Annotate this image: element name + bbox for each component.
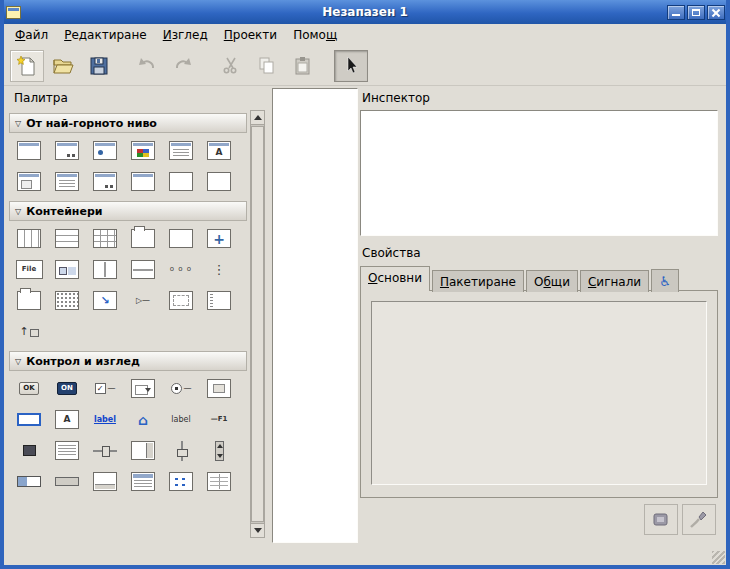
combo-box-entry-icon: ⌂ <box>138 413 148 427</box>
palette-item-check-button[interactable]: — <box>86 373 124 404</box>
palette-item-combo-box[interactable] <box>124 373 162 404</box>
palette-item-vscale[interactable] <box>162 435 200 466</box>
palette-item-scrolled-window[interactable]: ↘ <box>86 285 124 316</box>
palette-item-layout[interactable] <box>48 285 86 316</box>
properties-notebook <box>360 290 718 498</box>
selector-button[interactable] <box>334 50 368 82</box>
palette-item-combo-box-entry[interactable]: ⌂ <box>124 404 162 435</box>
scroll-down-icon[interactable] <box>250 523 265 538</box>
about-dialog-icon <box>55 172 79 191</box>
palette-item-table[interactable] <box>86 223 124 254</box>
palette-item-label[interactable]: label <box>86 404 124 435</box>
palette-section-header-controls[interactable]: ▽ Контрол и изглед <box>9 351 247 371</box>
palette-item-image[interactable] <box>10 435 48 466</box>
keycap-button[interactable] <box>644 504 678 535</box>
inspector-view[interactable] <box>360 110 718 236</box>
tab-signals[interactable]: Сигнали <box>580 270 649 292</box>
tab-general[interactable]: Основни <box>360 266 430 291</box>
palette-item-statusbar[interactable] <box>86 466 124 497</box>
menu-file[interactable]: Файл <box>7 24 56 46</box>
palette-item-message-dialog[interactable] <box>86 135 124 166</box>
palette-item-hscale[interactable] <box>86 435 124 466</box>
palette-item-viewport[interactable] <box>162 285 200 316</box>
titlebar[interactable]: Незапазен 1 <box>4 0 726 24</box>
tab-common[interactable]: Общи <box>526 270 578 292</box>
brush-button[interactable] <box>682 504 716 535</box>
undo-button[interactable] <box>130 50 164 82</box>
palette-item-dialog[interactable] <box>48 135 86 166</box>
palette-item-text-entry[interactable]: A <box>48 404 86 435</box>
palette-item-list[interactable] <box>124 466 162 497</box>
save-floppy-icon <box>87 54 111 78</box>
menu-projects[interactable]: Проекти <box>216 24 285 46</box>
design-canvas[interactable] <box>272 88 358 543</box>
maximize-button[interactable] <box>687 5 705 20</box>
menu-help[interactable]: Помощ <box>285 24 345 46</box>
scrolled-window-icon: ↘ <box>93 291 117 310</box>
palette-item-vbox[interactable] <box>48 223 86 254</box>
palette-item-tree-view[interactable] <box>200 466 238 497</box>
palette-item-expander[interactable]: ▷— <box>124 285 162 316</box>
palette-item-socket[interactable] <box>162 166 200 197</box>
palette-item-about-dialog[interactable] <box>48 166 86 197</box>
menu-edit[interactable]: Редактиране <box>56 24 155 46</box>
palette-item-toolbar[interactable] <box>48 254 86 285</box>
palette-item-window[interactable] <box>10 135 48 166</box>
palette-item-accel-label[interactable]: label <box>162 404 200 435</box>
scroll-up-icon[interactable] <box>250 110 265 125</box>
palette-item-notebook[interactable] <box>10 285 48 316</box>
palette-item-fixed[interactable]: + <box>200 223 238 254</box>
palette-item-popup-window[interactable] <box>200 166 238 197</box>
palette-item-entry[interactable] <box>10 404 48 435</box>
palette-item-hpaned[interactable] <box>86 254 124 285</box>
palette-item-text-view[interactable] <box>48 435 86 466</box>
save-button[interactable] <box>82 50 116 82</box>
tab-packing[interactable]: Пакетиране <box>432 270 524 292</box>
popup-window-icon <box>207 172 231 191</box>
palette-section-header-containers[interactable]: ▽ Контейнери <box>9 201 247 221</box>
scrollbar-thumb[interactable] <box>251 126 264 522</box>
palette-item-icon-view[interactable] <box>162 466 200 497</box>
palette-item-hseparator[interactable]: o o o <box>162 254 200 285</box>
palette-item-progress-bar[interactable] <box>10 466 48 497</box>
palette-item-vseparator[interactable]: ⋮ <box>200 254 238 285</box>
palette-item-vpaned[interactable] <box>124 254 162 285</box>
paste-button[interactable] <box>286 50 320 82</box>
palette-item-option-menu[interactable] <box>200 373 238 404</box>
palette-item-vscrollbar[interactable] <box>200 435 238 466</box>
palette-item-handle-box[interactable] <box>200 285 238 316</box>
palette-item-aspect-frame[interactable] <box>162 223 200 254</box>
palette-section-title: Контрол и изглед <box>26 355 140 368</box>
tab-accessibility[interactable]: ♿ <box>651 269 679 292</box>
palette-item-hbox[interactable] <box>10 223 48 254</box>
palette-item-font-selection-dialog[interactable]: A <box>200 135 238 166</box>
palette-section-header-toplevel[interactable]: ▽ От най-горното ниво <box>9 113 247 133</box>
palette-item-assistant[interactable] <box>86 166 124 197</box>
properties-content[interactable] <box>371 301 707 485</box>
minimize-button[interactable] <box>667 5 685 20</box>
notebook-icon <box>17 291 41 310</box>
open-button[interactable] <box>46 50 80 82</box>
palette-item-radio-button[interactable]: — <box>162 373 200 404</box>
palette-item-toggle-button[interactable]: ON <box>48 373 86 404</box>
palette-item-plug[interactable] <box>124 166 162 197</box>
redo-button[interactable] <box>166 50 200 82</box>
palette-item-button[interactable]: OK <box>10 373 48 404</box>
resize-grip[interactable] <box>712 551 725 564</box>
palette-item-color-selection-dialog[interactable] <box>124 135 162 166</box>
palette-item-input-dialog[interactable] <box>10 166 48 197</box>
cut-button[interactable] <box>214 50 248 82</box>
palette-scrollbar[interactable] <box>250 110 265 538</box>
copy-button[interactable] <box>250 50 284 82</box>
palette-item-hscrollbar[interactable] <box>48 466 86 497</box>
palette-item-file-selection-dialog[interactable] <box>162 135 200 166</box>
close-button[interactable] <box>707 5 725 20</box>
palette-item-accelerator[interactable]: —F1 <box>200 404 238 435</box>
menu-view[interactable]: Изглед <box>155 24 216 46</box>
palette-item-frame[interactable] <box>124 223 162 254</box>
palette-item-spin-button[interactable] <box>124 435 162 466</box>
palette-item-menubar[interactable]: File <box>10 254 48 285</box>
palette-item-alignment[interactable]: ↑ <box>10 316 48 347</box>
new-button[interactable] <box>10 50 44 82</box>
aspect-frame-icon <box>169 229 193 248</box>
